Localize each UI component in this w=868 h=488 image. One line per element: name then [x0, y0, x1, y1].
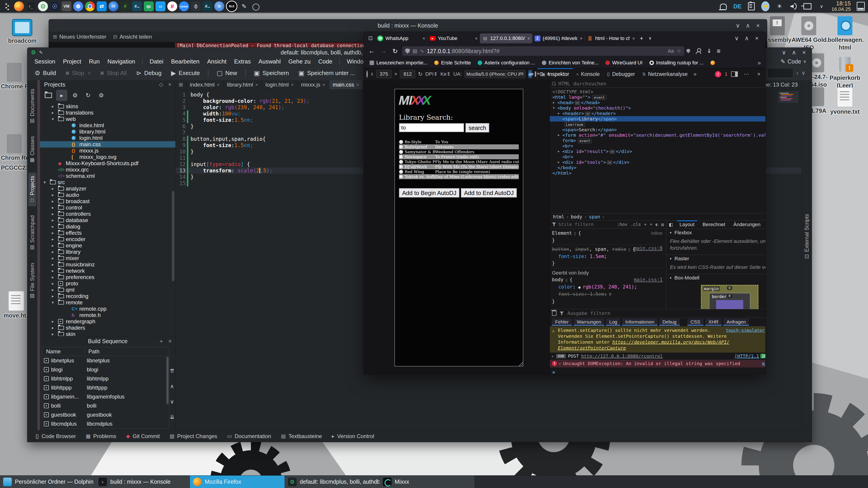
desktop-icon[interactable]: move.ht...	[4, 291, 29, 320]
tree-expander-icon[interactable]: ▸	[52, 237, 58, 242]
project-tree-item[interactable]: ▸ recording	[40, 293, 176, 299]
tree-expander-icon[interactable]: ▸	[52, 193, 58, 197]
statusbar-tool-button[interactable]: ▦ Problems	[86, 433, 116, 440]
project-tree-item[interactable]: ▸ effects	[40, 230, 176, 236]
panel-app-icon[interactable]: #	[167, 1, 177, 11]
devtools-tab[interactable]: » Konsole	[573, 68, 603, 80]
project-tree-item[interactable]: ▸ engine	[40, 242, 176, 249]
dock-tab[interactable]: ▤ Documents	[28, 86, 36, 127]
panel-app-icon[interactable]: ⚡	[120, 1, 130, 11]
panel-app-icon[interactable]: vm	[61, 1, 71, 11]
xhr-url-link[interactable]: http://127.0.0.1:8080/rcontrol	[581, 353, 663, 359]
panel-app-icon[interactable]: ✉	[108, 1, 119, 11]
taskbar-item[interactable]: Persönlicher Ordner — Dolphin	[0, 476, 95, 488]
project-settings-button[interactable]: ⚙	[70, 90, 80, 101]
build-sequence-row[interactable]: libnetplus libnetplus	[42, 356, 169, 365]
working-set-label[interactable]: Code	[787, 58, 801, 65]
node-expander-icon[interactable]: ▶	[553, 100, 557, 105]
dom-node[interactable]: ▶ <header>⋯</header>	[550, 111, 765, 116]
move-top-icon[interactable]: ⇈	[169, 368, 175, 374]
bookmark-item[interactable]: Erste Schritte	[434, 60, 471, 66]
panel-app-icon[interactable]: ‹›	[156, 1, 165, 11]
project-tree-item[interactable]: mixxx_logo.svg	[40, 154, 176, 160]
editor-tab[interactable]: main.css ×	[329, 80, 363, 89]
peek-desktop-button[interactable]	[857, 2, 865, 10]
tree-expander-icon[interactable]: ▸	[52, 186, 58, 191]
tree-expander-icon[interactable]: ▸	[52, 332, 58, 336]
project-tree-item[interactable]: ▸ skins	[40, 103, 176, 109]
clipboard-icon[interactable]	[747, 2, 755, 10]
console-error-entry[interactable]: ! ▶ Uncaught DOMException: An invalid or…	[550, 360, 765, 367]
section-expander-icon[interactable]: ▼	[669, 276, 672, 280]
track-row[interactable]: DJ's@Work Fly With Me (To the Stars) (sh…	[399, 164, 519, 169]
css-rule-line[interactable]: }	[552, 237, 664, 244]
tree-expander-icon[interactable]: ▸	[52, 287, 58, 292]
move-down-icon[interactable]: ∨	[169, 398, 175, 405]
section-expander-icon[interactable]: ▼	[669, 257, 672, 260]
toolbar-button[interactable]: Build	[31, 68, 60, 78]
user-agent-input[interactable]	[465, 70, 526, 78]
build-sequence-row[interactable]: libcmdplus libcmdplus	[42, 419, 169, 428]
float-panel-icon[interactable]: ◇	[159, 81, 163, 88]
project-tree-item[interactable]: ▸ translations	[40, 109, 176, 116]
tree-scrollbar[interactable]	[172, 191, 175, 281]
volume-icon[interactable]	[789, 2, 798, 10]
browser-tab[interactable]: ≣ html - How to chan ×	[585, 33, 637, 43]
toolbar-button[interactable]	[208, 69, 209, 77]
add-end-autodj-button[interactable]: Add to End AutoDJ	[461, 188, 517, 198]
bookmarks-overflow-icon[interactable]: »	[758, 59, 765, 66]
rules-filter-placeholder[interactable]: Stile filtern	[558, 222, 594, 227]
project-tree-item[interactable]: ▸ controllers	[40, 211, 176, 217]
konsole-toolbar-button[interactable]: ⊞ Neues Unterfenster	[53, 34, 106, 40]
project-tree-item[interactable]: ▾ web	[40, 116, 176, 122]
browser-tab[interactable]: Z (49991) #developm ×	[532, 33, 585, 43]
project-tree-item[interactable]: ▸ control	[40, 204, 176, 211]
css-rule-line[interactable]: font-size: 1.5em; ∇	[552, 291, 664, 298]
track-radio[interactable]	[399, 140, 403, 144]
screenshot-icon[interactable]	[535, 71, 536, 77]
desktop-icon[interactable]: Chrom Remote...	[1, 134, 28, 162]
build-sequence-row[interactable]: libhtmlpp libhtmlpp	[42, 374, 169, 383]
node-expander-icon[interactable]: ▶	[558, 160, 562, 165]
panel-app-icon[interactable]: BLE	[226, 1, 237, 12]
tree-expander-icon[interactable]: ▸	[52, 218, 58, 223]
devtools-tab[interactable]: ▣ Inspektor	[538, 68, 573, 80]
dom-node[interactable]: </html>	[550, 170, 765, 176]
project-tree-item[interactable]: library.html	[40, 129, 176, 135]
account-icon[interactable]	[695, 48, 702, 54]
project-tree-item[interactable]: mixxx.qrc	[40, 166, 176, 173]
console-filter-button[interactable]: Informationen	[622, 319, 657, 326]
tree-expander-icon[interactable]: ▸	[52, 230, 58, 235]
panel-app-icon[interactable]: #‥	[132, 1, 142, 11]
desktop-icon[interactable]: Chrome Remote D	[1, 63, 28, 91]
menu-item[interactable]: Datei	[146, 58, 167, 65]
track-radio[interactable]	[399, 175, 403, 179]
menu-item[interactable]: Session	[31, 58, 59, 65]
browser-tab[interactable]: ▤ 127.0.0.1:8080/library. ×	[480, 33, 532, 43]
minimize-icon[interactable]: ∨	[732, 35, 741, 42]
external-scripts-tab[interactable]: ⊡ External Scripts	[804, 214, 810, 259]
extension-shield-icon[interactable]	[686, 49, 690, 53]
bookmark-item[interactable]: Installing rustup for ...	[649, 60, 704, 66]
dark-theme-icon[interactable]: ◐	[655, 222, 658, 227]
search-button[interactable]: search	[465, 123, 489, 133]
browser-tab[interactable]: ▶ YouTube ×	[428, 33, 480, 43]
tree-expander-icon[interactable]: ▾	[52, 300, 58, 305]
desktop-icon-image[interactable]	[8, 291, 24, 311]
sidebar-tab[interactable]: Layout	[675, 221, 699, 229]
device-stepper-icon[interactable]: ⇕	[370, 72, 373, 76]
dock-tab[interactable]: ▧ File System	[28, 260, 36, 302]
devtools-tab[interactable]: {} Debugger	[603, 68, 639, 80]
project-tree-item[interactable]: ▸ rendergraph	[40, 318, 176, 325]
dom-node[interactable]: <!DOCTYPE html>	[550, 89, 765, 94]
quick-open-input[interactable]	[767, 68, 793, 78]
panel-app-icon[interactable]: ⢕	[2, 1, 12, 11]
library-search-input[interactable]	[399, 123, 464, 132]
menu-item[interactable]: Code	[314, 58, 336, 65]
project-filter-button[interactable]	[43, 90, 54, 101]
move-bottom-icon[interactable]: ⇊	[169, 414, 175, 420]
desktop-icon[interactable]: bollerwagen. html	[828, 16, 862, 51]
console-filter-button[interactable]: Warnungen	[574, 319, 604, 326]
new-tab-icon[interactable]: +	[637, 35, 646, 42]
dock-tab[interactable]: ▦ Classes	[28, 133, 36, 166]
